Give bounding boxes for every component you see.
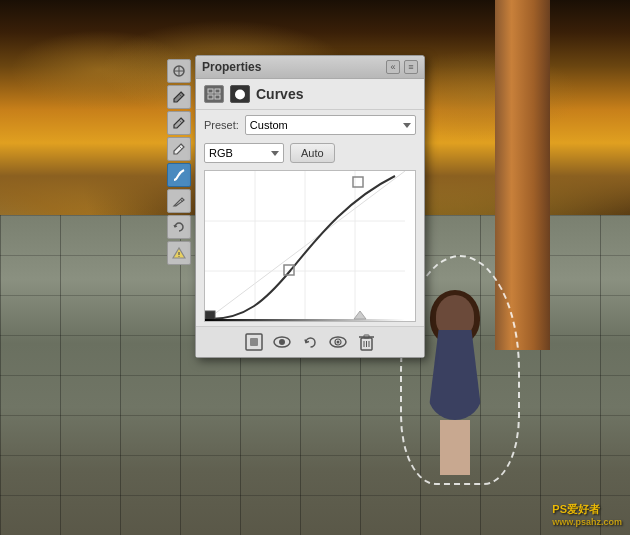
curves-graph[interactable]: [205, 171, 405, 321]
reset-button[interactable]: [300, 332, 320, 352]
svg-rect-12: [215, 95, 220, 99]
left-toolbar: [165, 55, 193, 269]
add-mask-button[interactable]: [244, 332, 264, 352]
svg-rect-28: [250, 338, 258, 346]
warning-tool-icon[interactable]: [167, 241, 191, 265]
svg-point-8: [178, 256, 179, 257]
curves-area[interactable]: [204, 170, 416, 322]
preset-row: Preset: Custom Default Strong Contrast L…: [196, 110, 424, 140]
pencil-tool-icon[interactable]: [167, 189, 191, 213]
eye-visibility-button[interactable]: [328, 332, 348, 352]
panel-controls: « ≡: [386, 60, 418, 74]
girl-body: [425, 295, 485, 475]
preset-label: Preset:: [204, 119, 239, 131]
girl-dress: [428, 330, 483, 420]
delete-button[interactable]: [356, 332, 376, 352]
svg-point-14: [235, 89, 245, 99]
panel-titlebar: Properties « ≡: [196, 56, 424, 79]
auto-button[interactable]: Auto: [290, 143, 335, 163]
panel-section-header: Curves: [196, 79, 424, 110]
eyedropper-gray-icon[interactable]: [167, 111, 191, 135]
svg-point-33: [337, 341, 340, 344]
properties-panel: Properties « ≡ Curves Preset: Custom: [195, 55, 425, 358]
svg-rect-25: [205, 319, 405, 321]
reset-tool-icon[interactable]: [167, 215, 191, 239]
svg-rect-11: [208, 95, 213, 99]
pillar-right: [495, 0, 550, 350]
on-image-tool-icon[interactable]: [167, 59, 191, 83]
eyedropper-black-icon[interactable]: [167, 85, 191, 109]
panel-collapse-button[interactable]: «: [386, 60, 400, 74]
visibility-button[interactable]: [272, 332, 292, 352]
curve-tool-icon[interactable]: [167, 163, 191, 187]
watermark-line2: www.psahz.com: [552, 517, 622, 527]
watermark-line1: PS爱好者: [552, 502, 622, 517]
panel-menu-button[interactable]: ≡: [404, 60, 418, 74]
svg-rect-9: [208, 89, 213, 93]
bottom-toolbar: [196, 326, 424, 357]
grid-icon: [204, 85, 224, 103]
section-title: Curves: [256, 86, 303, 102]
channel-dropdown[interactable]: RGB Red Green Blue: [204, 143, 284, 163]
panel-title: Properties: [202, 60, 261, 74]
preset-dropdown[interactable]: Custom Default Strong Contrast Linear Co…: [245, 115, 416, 135]
svg-point-30: [279, 339, 285, 345]
curves-adjustment-icon: [230, 85, 250, 103]
eyedropper-white-icon[interactable]: [167, 137, 191, 161]
rgb-row: RGB Red Green Blue Auto: [196, 140, 424, 166]
svg-rect-10: [215, 89, 220, 93]
watermark: PS爱好者 www.psahz.com: [552, 502, 622, 527]
girl-legs: [440, 420, 470, 475]
